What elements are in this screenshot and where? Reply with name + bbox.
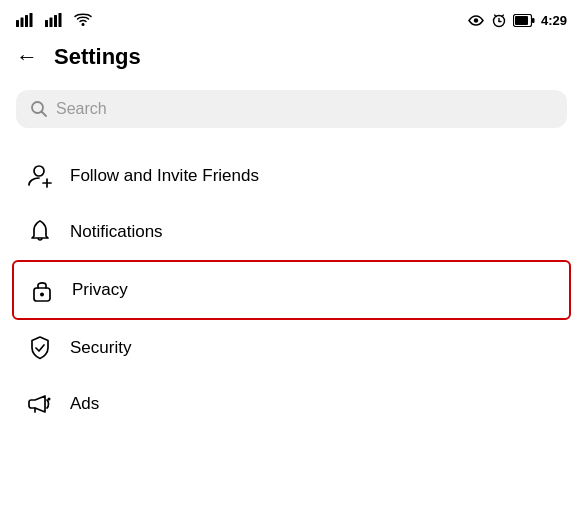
svg-rect-3 [30,13,33,27]
svg-rect-16 [515,16,528,25]
signal-icon-2 [45,13,62,27]
page-header: ← Settings [0,36,583,82]
lock-icon [28,276,56,304]
menu-item-security-label: Security [70,338,131,358]
svg-rect-1 [21,18,24,28]
menu-item-follow-label: Follow and Invite Friends [70,166,259,186]
svg-rect-6 [54,15,57,27]
megaphone-icon [26,390,54,418]
eye-icon [467,14,485,27]
menu-item-security[interactable]: Security [16,320,567,376]
svg-line-19 [42,112,47,117]
search-placeholder: Search [56,100,107,118]
battery-icon [513,14,535,27]
menu-item-ads-label: Ads [70,394,99,414]
alarm-icon [491,12,507,28]
settings-menu: Follow and Invite Friends Notifications … [0,148,583,432]
menu-item-follow[interactable]: Follow and Invite Friends [16,148,567,204]
svg-rect-17 [532,18,535,23]
status-right-area: 4:29 [467,12,567,28]
svg-point-20 [34,166,44,176]
svg-rect-5 [50,18,53,28]
menu-item-notifications[interactable]: Notifications [16,204,567,260]
menu-item-notifications-label: Notifications [70,222,163,242]
shield-icon [26,334,54,362]
svg-rect-0 [16,20,19,27]
svg-point-8 [82,23,85,26]
signal-icon-1 [16,13,33,27]
signal-area [16,13,92,27]
menu-item-privacy[interactable]: Privacy [12,260,571,320]
svg-rect-4 [45,20,48,27]
page-title: Settings [54,44,141,70]
back-button[interactable]: ← [16,44,38,70]
menu-item-ads[interactable]: Ads [16,376,567,432]
wifi-icon [74,13,92,27]
svg-rect-7 [59,13,62,27]
status-bar: 4:29 [0,0,583,36]
search-bar[interactable]: Search [16,90,567,128]
person-add-icon [26,162,54,190]
svg-point-9 [474,18,478,22]
svg-rect-2 [25,15,28,27]
search-icon [30,100,48,118]
svg-line-13 [494,15,496,17]
svg-point-24 [40,293,44,297]
time-display: 4:29 [541,13,567,28]
svg-line-14 [501,15,503,17]
svg-point-25 [48,398,51,401]
bell-icon [26,218,54,246]
menu-item-privacy-label: Privacy [72,280,128,300]
search-container[interactable]: Search [16,90,567,128]
